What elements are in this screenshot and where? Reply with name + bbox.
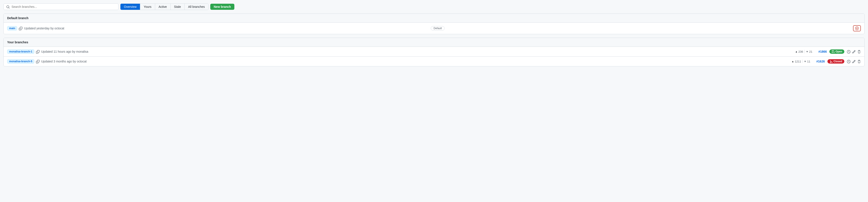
toolbar: Overview Yours Active Stale All branches…: [3, 3, 865, 10]
branch-2-delete-icon[interactable]: [857, 59, 861, 64]
tab-active[interactable]: Active: [155, 4, 170, 10]
branch-1-rename-icon[interactable]: [852, 50, 856, 54]
new-branch-button[interactable]: New branch: [210, 4, 235, 10]
default-branch-name: main: [7, 26, 17, 30]
search-wrapper: [3, 3, 119, 10]
branch-1-pr-badge: Open: [829, 49, 844, 54]
default-branch-header: Default branch: [4, 14, 864, 23]
copy-icon-2[interactable]: [36, 59, 39, 63]
branch-2-behind-count: 11: [807, 60, 810, 63]
branch-row-1: monalisa-branch-1 Updated 11 hours ago b…: [4, 47, 864, 57]
branch-1-action-icons: [847, 50, 861, 54]
branch-2-name: monalisa-branch-5: [7, 59, 34, 64]
search-icon: [6, 5, 10, 8]
ahead-arrow-icon-2: ▲: [792, 60, 794, 63]
branch-1-ahead-count: 236: [798, 50, 803, 53]
default-branch-activity-button[interactable]: [853, 25, 861, 31]
branch-1-behind-count: 21: [809, 50, 812, 53]
branch-2-right: ▲ 1211 ▼ 11 #1626 Closed: [792, 59, 861, 64]
branch-1-activity-icon[interactable]: [847, 50, 850, 54]
branch-2-activity-icon[interactable]: [847, 59, 850, 64]
tab-stale[interactable]: Stale: [170, 4, 185, 10]
ahead-arrow-icon: ▲: [795, 50, 798, 53]
tab-all-branches[interactable]: All branches: [185, 4, 208, 10]
branch-2-behind: ▼ 11: [804, 60, 810, 63]
default-branch-section: Default branch main Updated yesterday by…: [3, 14, 865, 34]
branch-2-ahead: ▲ 1211: [792, 60, 801, 63]
branch-row-2: monalisa-branch-5 Updated 3 months ago b…: [4, 57, 864, 66]
your-branches-section: Your branches monalisa-branch-1 Updated …: [3, 37, 865, 67]
behind-arrow-icon: ▼: [806, 50, 808, 53]
branch-2-stats: ▲ 1211 ▼ 11: [792, 60, 810, 63]
branch-2-pr-badge: Closed: [828, 59, 844, 64]
branch-2-rename-icon[interactable]: [852, 59, 856, 64]
stat-divider: [804, 50, 805, 53]
default-branch-row: main Updated yesterday by octocat Defaul…: [4, 23, 864, 34]
tab-group: Overview Yours Active Stale All branches: [120, 3, 209, 10]
branch-1-stats: ▲ 236 ▼ 21: [795, 50, 812, 53]
branch-2-pr-link[interactable]: #1626: [816, 60, 825, 63]
branch-1-name: monalisa-branch-1: [7, 49, 34, 54]
default-branch-title: Default branch: [7, 16, 28, 20]
branch-1-pr-link[interactable]: #1866: [818, 50, 827, 53]
default-branch-updated: Updated yesterday by octocat: [24, 27, 429, 30]
default-badge: Default: [431, 26, 445, 30]
search-input[interactable]: [11, 5, 116, 8]
branch-1-behind: ▼ 21: [806, 50, 812, 53]
branch-1-ahead: ▲ 236: [795, 50, 803, 53]
copy-icon[interactable]: [19, 26, 22, 30]
branch-2-ahead-count: 1211: [795, 60, 801, 63]
branch-1-pr-status-label: Open: [835, 50, 842, 53]
branch-1-updated: Updated 11 hours ago by monalisa: [41, 50, 794, 53]
your-branches-title: Your branches: [7, 41, 28, 44]
branch-2-action-icons: [847, 59, 861, 64]
branch-1-delete-icon[interactable]: [857, 50, 861, 54]
branch-1-right: ▲ 236 ▼ 21 #1866 Open: [795, 49, 861, 54]
tab-yours[interactable]: Yours: [140, 4, 155, 10]
branch-2-pr-status-label: Closed: [834, 60, 842, 63]
copy-icon-1[interactable]: [36, 50, 39, 53]
your-branches-header: Your branches: [4, 38, 864, 47]
tab-overview[interactable]: Overview: [120, 4, 140, 10]
branch-2-updated: Updated 3 months ago by octocat: [41, 60, 790, 63]
behind-arrow-icon-2: ▼: [804, 60, 806, 63]
